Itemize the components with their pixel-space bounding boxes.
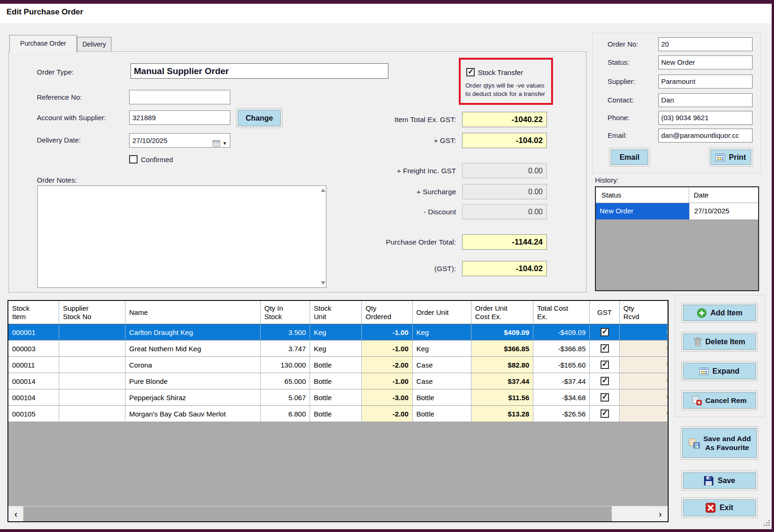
info-label: Phone:: [608, 114, 630, 122]
cell-order_unit_cost[interactable]: $11.56: [471, 389, 533, 405]
database-floppy-icon: [688, 438, 700, 449]
total-value-field: -1040.22: [462, 112, 547, 127]
table-row[interactable]: 000105Morgan's Bay Cab Sauv Merlot6.800B…: [8, 406, 668, 422]
expand-button[interactable]: Expand: [683, 363, 756, 379]
window-top-border: [0, 0, 774, 4]
column-header-gst[interactable]: GST: [590, 301, 620, 324]
stock-transfer-note-line1: Order qtys will be -ve values: [465, 82, 545, 89]
cell-stock_item: 000104: [8, 389, 59, 405]
email-button[interactable]: Email: [611, 150, 648, 165]
info-field[interactable]: (03) 9034 9621: [658, 111, 753, 125]
cell-qty_ordered[interactable]: -1.00: [362, 341, 413, 356]
cell-order_unit: Case: [413, 357, 471, 373]
column-header-qty_ordered[interactable]: Qty Ordered: [362, 301, 413, 324]
cell-qty_rcvd[interactable]: 0: [620, 357, 668, 373]
history-column-status[interactable]: Status: [596, 187, 689, 203]
cell-supplier_stock_no: [59, 357, 125, 373]
exit-button[interactable]: Exit: [683, 499, 756, 516]
scrollbar-track[interactable]: [612, 506, 653, 521]
cell-qty_ordered[interactable]: -1.00: [362, 324, 413, 340]
cell-qty_rcvd[interactable]: 0: [620, 341, 668, 356]
history-column-date[interactable]: Date: [689, 187, 758, 203]
gst-checkbox[interactable]: [601, 344, 609, 353]
cell-order_unit_cost[interactable]: $409.09: [471, 324, 533, 340]
scrollbar-thumb[interactable]: [23, 506, 612, 521]
resize-grip[interactable]: [764, 520, 771, 527]
cell-qty_rcvd[interactable]: 0: [620, 324, 668, 340]
column-header-supplier_stock_no[interactable]: Supplier Stock No: [59, 301, 125, 324]
cell-order_unit_cost[interactable]: $366.85: [471, 341, 533, 356]
gst-checkbox[interactable]: [601, 377, 609, 385]
print-button[interactable]: Print: [711, 150, 751, 165]
reference-no-field[interactable]: [129, 90, 230, 104]
column-header-stock_unit[interactable]: Stock Unit: [310, 301, 362, 324]
account-with-supplier-field[interactable]: 321889: [129, 110, 230, 125]
table-row[interactable]: 000014Pure Blonde65.000Bottle-1.00Case$3…: [8, 373, 668, 389]
cell-stock_item: 000003: [8, 341, 59, 356]
column-header-qty_rcvd[interactable]: Qty Rcvd: [620, 301, 668, 324]
cell-qty_rcvd[interactable]: 0: [620, 373, 668, 389]
confirmed-checkbox[interactable]: [129, 155, 138, 164]
gst-checkbox[interactable]: [601, 361, 609, 369]
order-type-field[interactable]: Manual Supplier Order: [131, 63, 388, 79]
column-header-order_unit_cost[interactable]: Order Unit Cost Ex.: [471, 301, 533, 324]
table-row[interactable]: 000011Corona130.000Bottle-2.00Case$82.80…: [8, 357, 668, 373]
column-header-qty_in_stock[interactable]: Qty In Stock: [261, 301, 310, 324]
table-row[interactable]: 000104Pepperjack Shiraz5.067Bottle-3.00B…: [8, 389, 668, 406]
tab-delivery[interactable]: Delivery: [77, 37, 111, 52]
order-notes-textarea[interactable]: [37, 185, 326, 288]
cell-name: Morgan's Bay Cab Sauv Merlot: [125, 406, 261, 422]
add-item-button[interactable]: Add Item: [683, 305, 756, 321]
cell-order_unit_cost[interactable]: $13.28: [471, 406, 533, 422]
info-field[interactable]: Dan: [658, 93, 753, 107]
save-and-add-favourite-button[interactable]: Save and Add As Favourite: [682, 428, 757, 458]
info-field[interactable]: dan@paramountliquor.cc: [658, 129, 753, 143]
column-header-stock_item[interactable]: Stock Item: [8, 301, 59, 324]
column-header-order_unit[interactable]: Order Unit: [413, 301, 471, 324]
table-row[interactable]: 000003Great Nothern Mid Keg3.747Keg-1.00…: [8, 341, 668, 357]
cell-qty_ordered[interactable]: -1.00: [362, 373, 413, 389]
cell-order_unit: Bottle: [413, 406, 471, 422]
cell-qty_ordered[interactable]: -2.00: [362, 406, 413, 422]
delete-item-button-frame: Delete Item: [681, 332, 758, 352]
exit-label: Exit: [719, 504, 733, 512]
date-dropdown-icon[interactable]: ▼: [222, 136, 227, 148]
info-field[interactable]: 20: [658, 37, 753, 51]
delivery-date-field[interactable]: 27/10/2025 ▼: [129, 133, 230, 148]
gst-checkbox[interactable]: [601, 409, 609, 418]
cell-qty_rcvd[interactable]: 0: [620, 389, 668, 405]
history-row[interactable]: New Order27/10/2025: [596, 203, 758, 219]
column-header-name[interactable]: Name: [125, 301, 261, 324]
cell-order_unit_cost[interactable]: $82.80: [471, 357, 533, 373]
info-field[interactable]: Paramount: [658, 75, 753, 89]
info-label: Contact:: [608, 96, 634, 104]
notes-scroll-down-icon[interactable]: [321, 281, 325, 285]
cancel-rem-button[interactable]: Cancel Rem: [683, 392, 756, 409]
cell-qty_ordered[interactable]: -2.00: [362, 357, 413, 373]
cell-qty_rcvd[interactable]: 0: [620, 406, 668, 422]
change-button[interactable]: Change: [238, 110, 281, 126]
info-field[interactable]: New Order: [658, 55, 753, 69]
clipped-next-column-text: 0: [667, 360, 668, 368]
cell-stock_item: 000011: [8, 357, 59, 373]
cell-order_unit: Case: [413, 373, 471, 389]
scroll-left-icon[interactable]: ‹: [8, 506, 23, 521]
gst-checkbox[interactable]: [601, 393, 609, 402]
delete-item-button[interactable]: Delete Item: [683, 334, 756, 350]
cell-stock_unit: Bottle: [310, 357, 362, 373]
horizontal-scrollbar[interactable]: ‹ ›: [8, 506, 668, 521]
confirmed-label: Confirmed: [141, 156, 173, 164]
stock-transfer-checkbox[interactable]: [466, 68, 475, 76]
cell-order_unit_cost[interactable]: $37.44: [471, 373, 533, 389]
total-label: + Freight Inc. GST: [322, 163, 462, 178]
cell-qty_ordered[interactable]: -3.00: [362, 389, 413, 405]
delivery-date-value: 27/10/2025: [132, 136, 167, 144]
notes-scroll-up-icon[interactable]: [321, 189, 325, 192]
table-row[interactable]: 000001Carlton Draught Keg3.500Keg-1.00Ke…: [8, 324, 668, 341]
column-header-total_cost[interactable]: Total Cost Ex.: [533, 301, 590, 324]
tab-purchase-order[interactable]: Purchase Order: [9, 35, 77, 52]
calendar-icon[interactable]: [213, 140, 221, 147]
scroll-right-icon[interactable]: ›: [653, 506, 668, 521]
save-button[interactable]: Save: [683, 472, 756, 489]
gst-checkbox[interactable]: [601, 328, 609, 336]
